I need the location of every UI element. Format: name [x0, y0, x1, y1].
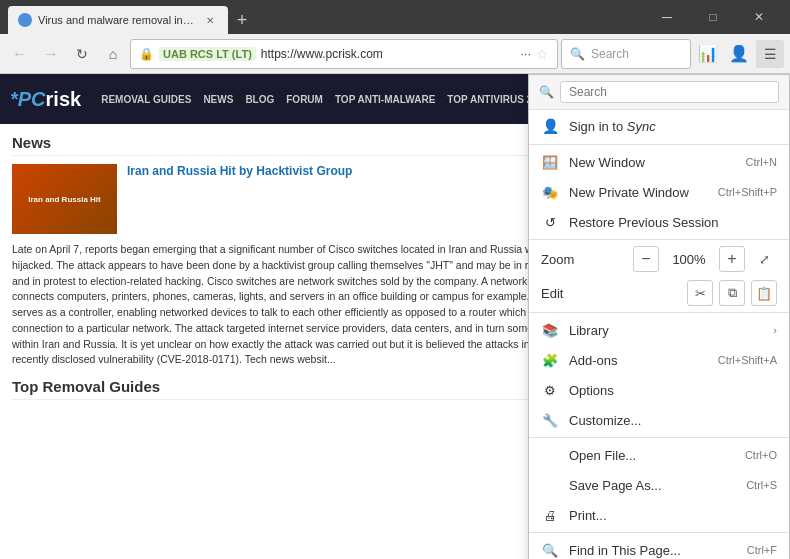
menu-item-print[interactable]: 🖨 Print...: [529, 500, 789, 530]
menu-search-row: 🔍: [529, 75, 789, 110]
nav-bar: ← → ↻ ⌂ 🔒 UAB RCS LT (LT) https://www.pc…: [0, 34, 790, 74]
library-icon: 📚: [541, 321, 559, 339]
new-window-icon: 🪟: [541, 153, 559, 171]
zoom-expand-button[interactable]: ⤢: [751, 246, 777, 272]
menu-item-new-private[interactable]: 🎭 New Private Window Ctrl+Shift+P: [529, 177, 789, 207]
cut-button[interactable]: ✂: [687, 280, 713, 306]
restore-label: Restore Previous Session: [569, 215, 777, 230]
logo-icon: *PC: [10, 88, 46, 111]
title-bar: Virus and malware removal ins... ✕ + ─ □…: [0, 0, 790, 34]
forward-button[interactable]: →: [37, 40, 65, 68]
removal-heading: Top Removal Guides: [12, 378, 591, 400]
nav-removal[interactable]: REMOVAL GUIDES: [101, 94, 191, 105]
paste-button[interactable]: 📋: [751, 280, 777, 306]
customize-icon: 🔧: [541, 411, 559, 429]
menu-divider-4: [529, 437, 789, 438]
edit-label: Edit: [541, 286, 681, 301]
zoom-plus-button[interactable]: +: [719, 246, 745, 272]
open-file-shortcut: Ctrl+O: [745, 449, 777, 461]
main-article: Iran and Russia Hit Iran and Russia Hit …: [12, 164, 591, 234]
menu-divider-3: [529, 312, 789, 313]
window-controls: ─ □ ✕: [644, 0, 782, 34]
article-thumb-iran: Iran and Russia Hit: [12, 164, 117, 234]
thumb-label-iran: Iran and Russia Hit: [25, 192, 103, 207]
menu-item-save-page[interactable]: Save Page As... Ctrl+S: [529, 470, 789, 500]
edit-row: Edit ✂ ⧉ 📋: [529, 276, 789, 310]
options-label: Options: [569, 383, 777, 398]
save-page-icon: [541, 476, 559, 494]
print-label: Print...: [569, 508, 777, 523]
nav-antimalware[interactable]: TOP ANTI-MALWARE: [335, 94, 435, 105]
menu-search-icon: 🔍: [539, 85, 554, 99]
restore-icon: ↺: [541, 213, 559, 231]
zoom-minus-button[interactable]: −: [633, 246, 659, 272]
nav-forum[interactable]: FORUM: [286, 94, 323, 105]
menu-divider-2: [529, 239, 789, 240]
sync-icon[interactable]: 👤: [725, 40, 753, 68]
open-file-label: Open File...: [569, 448, 735, 463]
address-bar[interactable]: 🔒 UAB RCS LT (LT) https://www.pcrisk.com…: [130, 39, 558, 69]
copy-button[interactable]: ⧉: [719, 280, 745, 306]
news-heading: News: [12, 134, 591, 156]
new-tab-button[interactable]: +: [228, 6, 256, 34]
search-placeholder: Search: [591, 47, 629, 61]
bookmark-star-icon[interactable]: ☆: [536, 46, 549, 62]
bookmarks-icon[interactable]: 📊: [694, 40, 722, 68]
left-column: News Iran and Russia Hit Iran and Russia…: [12, 134, 591, 442]
menu-button[interactable]: ☰: [756, 40, 784, 68]
browser-chrome: Virus and malware removal ins... ✕ + ─ □…: [0, 0, 790, 74]
menu-item-options[interactable]: ⚙ Options: [529, 375, 789, 405]
private-window-shortcut: Ctrl+Shift+P: [718, 186, 777, 198]
menu-search-input[interactable]: [560, 81, 779, 103]
save-page-label: Save Page As...: [569, 478, 736, 493]
library-arrow: ›: [773, 324, 777, 336]
open-file-icon: [541, 446, 559, 464]
home-button[interactable]: ⌂: [99, 40, 127, 68]
menu-item-find[interactable]: 🔍 Find in This Page... Ctrl+F: [529, 535, 789, 559]
dropdown-menu: 🔍 👤 Sign in to Sync 🪟 New Window Ctrl+N …: [528, 74, 790, 559]
addons-label: Add-ons: [569, 353, 708, 368]
close-button[interactable]: ✕: [736, 0, 782, 34]
nav-blog[interactable]: BLOG: [245, 94, 274, 105]
find-label: Find in This Page...: [569, 543, 737, 558]
logo-text: risk: [46, 88, 82, 111]
menu-item-new-window[interactable]: 🪟 New Window Ctrl+N: [529, 147, 789, 177]
options-icon: ⚙: [541, 381, 559, 399]
new-window-shortcut: Ctrl+N: [746, 156, 777, 168]
zoom-row: Zoom − 100% + ⤢: [529, 242, 789, 276]
tab-area: Virus and malware removal ins... ✕ +: [8, 6, 644, 34]
zoom-label: Zoom: [541, 252, 627, 267]
print-icon: 🖨: [541, 506, 559, 524]
save-page-shortcut: Ctrl+S: [746, 479, 777, 491]
logo: *PC risk: [10, 88, 81, 111]
article-title-iran[interactable]: Iran and Russia Hit by Hacktivist Group: [127, 164, 352, 178]
refresh-button[interactable]: ↻: [68, 40, 96, 68]
lock-icon: 🔒: [139, 47, 154, 61]
addons-shortcut: Ctrl+Shift+A: [718, 354, 777, 366]
minimize-button[interactable]: ─: [644, 0, 690, 34]
maximize-button[interactable]: □: [690, 0, 736, 34]
menu-item-restore[interactable]: ↺ Restore Previous Session: [529, 207, 789, 237]
menu-divider-5: [529, 532, 789, 533]
signin-icon: 👤: [541, 117, 559, 135]
back-button[interactable]: ←: [6, 40, 34, 68]
menu-item-library[interactable]: 📚 Library ›: [529, 315, 789, 345]
menu-dots-icon[interactable]: ···: [520, 46, 531, 61]
private-window-label: New Private Window: [569, 185, 708, 200]
find-icon: 🔍: [541, 541, 559, 559]
menu-item-signin[interactable]: 👤 Sign in to Sync: [529, 110, 789, 142]
tab-close-icon[interactable]: ✕: [202, 12, 218, 28]
menu-item-customize[interactable]: 🔧 Customize...: [529, 405, 789, 435]
menu-item-open-file[interactable]: Open File... Ctrl+O: [529, 440, 789, 470]
active-tab[interactable]: Virus and malware removal ins... ✕: [8, 6, 228, 34]
nav-news[interactable]: NEWS: [203, 94, 233, 105]
customize-label: Customize...: [569, 413, 777, 428]
menu-divider-1: [529, 144, 789, 145]
article-body-iran: Iran and Russia Hit by Hacktivist Group: [127, 164, 352, 234]
new-window-label: New Window: [569, 155, 736, 170]
search-bar[interactable]: 🔍 Search: [561, 39, 691, 69]
menu-item-addons[interactable]: 🧩 Add-ons Ctrl+Shift+A: [529, 345, 789, 375]
addons-icon: 🧩: [541, 351, 559, 369]
page-area: *PC risk REMOVAL GUIDES NEWS BLOG FORUM …: [0, 74, 790, 559]
article-excerpt-iran: Late on April 7, reports began emerging …: [12, 242, 591, 368]
